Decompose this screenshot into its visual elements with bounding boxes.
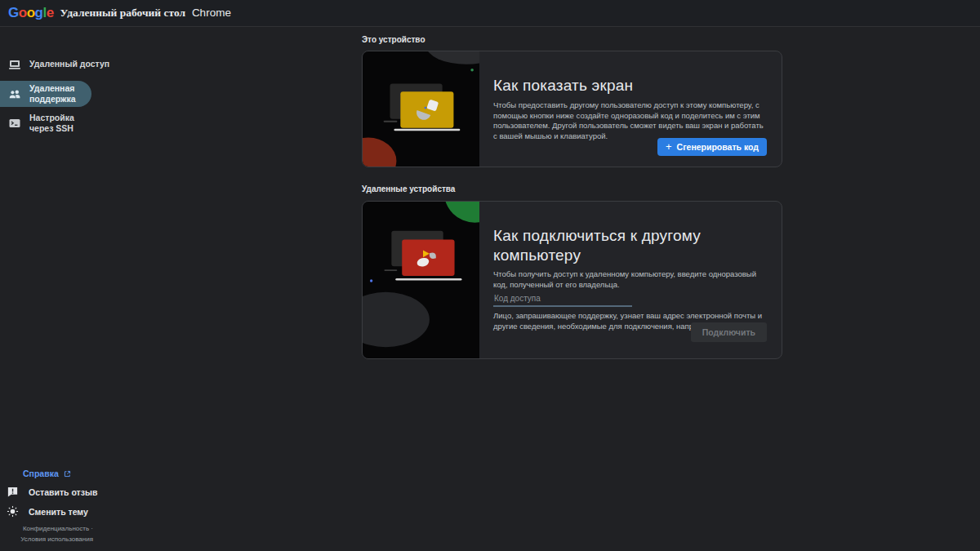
laptop-red-illustration [363, 202, 479, 358]
share-screen-card: Как показать экран Чтобы предоставить др… [362, 51, 782, 167]
logo-letter: o [19, 5, 27, 21]
send-feedback-link[interactable]: Оставить отзыв [7, 486, 97, 498]
logo-letter: e [47, 5, 54, 21]
laptop-icon [8, 58, 21, 71]
feedback-icon [7, 486, 19, 498]
app-title-product: Chrome [192, 7, 231, 19]
connect-description: Чтобы получить доступ к удаленному компь… [493, 269, 767, 290]
legal-separator: · [91, 525, 93, 532]
share-screen-title: Как показать экран [493, 76, 767, 96]
connect-content: Как подключиться к другому компьютеру Чт… [479, 202, 782, 358]
sidebar-item-label: Настройка через SSH [29, 113, 95, 134]
connect-button[interactable]: Подключить [691, 322, 767, 342]
generate-code-label: Сгенерировать код [677, 142, 759, 152]
sidebar-item-label: Удаленная поддержка [29, 83, 88, 104]
logo-letter: g [35, 5, 43, 21]
sidebar-item-ssh-setup[interactable]: Настройка через SSH [0, 110, 114, 136]
share-screen-content: Как показать экран Чтобы предоставить др… [479, 51, 782, 167]
laptop-yellow-illustration [363, 51, 479, 167]
help-link[interactable]: Справка [23, 469, 72, 478]
help-label: Справка [23, 469, 59, 478]
app-title-ru: Удаленный рабочий стол [60, 7, 186, 19]
app-title: Удаленный рабочий стол Chrome [60, 7, 231, 20]
sidebar-item-remote-support[interactable]: Удаленная поддержка [0, 81, 91, 107]
external-link-icon [63, 469, 72, 478]
send-feedback-label: Оставить отзыв [29, 487, 97, 497]
generate-code-button[interactable]: + Сгенерировать код [657, 138, 767, 156]
share-screen-illustration [363, 51, 479, 167]
sidebar-item-label: Удаленный доступ [29, 59, 109, 69]
change-theme-label: Сменить тему [29, 507, 88, 517]
sun-icon [7, 505, 19, 518]
people-icon [8, 87, 21, 100]
access-code-input[interactable] [493, 291, 632, 307]
terms-link[interactable]: Условия использования [20, 535, 93, 543]
logo-letter: o [27, 5, 35, 21]
sidebar-nav: Удаленный доступ Удаленная поддержка Нас… [0, 27, 114, 136]
change-theme-link[interactable]: Сменить тему [7, 505, 88, 518]
sidebar-item-remote-access[interactable]: Удаленный доступ [0, 53, 114, 76]
app-window: Google Удаленный рабочий стол Chrome Уда… [0, 0, 980, 551]
terminal-icon [8, 117, 21, 130]
connect-title: Как подключиться к другому компьютеру [493, 226, 767, 265]
section-label-remote-devices: Удаленные устройства [362, 184, 455, 193]
legal-links: Конфиденциальность · Условия использован… [0, 524, 93, 545]
connect-card: Как подключиться к другому компьютеру Чт… [362, 201, 782, 359]
privacy-link[interactable]: Конфиденциальность [23, 525, 89, 532]
logo-letter: G [8, 5, 19, 21]
share-screen-description: Чтобы предоставить другому пользователю … [493, 100, 767, 141]
plus-icon: + [666, 143, 672, 151]
top-app-bar: Google Удаленный рабочий стол Chrome [0, 0, 980, 27]
section-label-this-device: Это устройство [362, 35, 425, 44]
google-logo: Google [8, 5, 54, 21]
connect-illustration [363, 202, 479, 358]
